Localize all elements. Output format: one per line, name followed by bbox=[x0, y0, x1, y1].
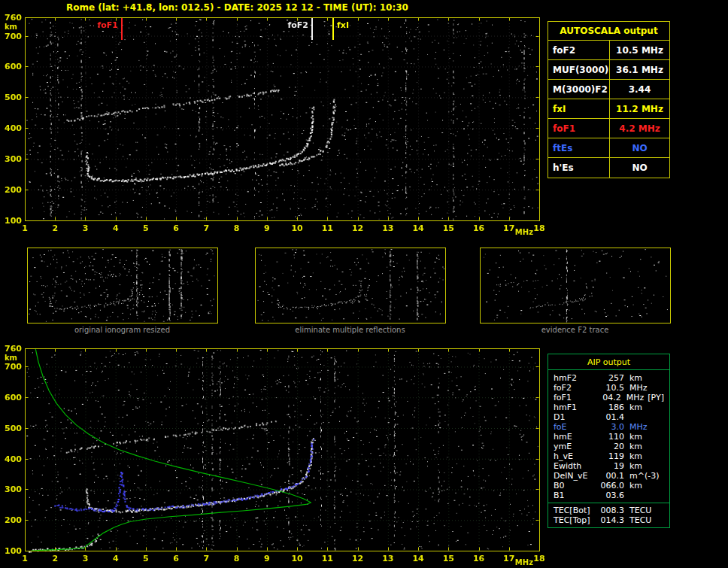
aip-row-value: 014.3 bbox=[597, 515, 624, 525]
aip-row-label: D1 bbox=[554, 412, 597, 422]
aip-row-unit: km bbox=[629, 402, 642, 412]
aip-row-value: 110 bbox=[597, 432, 624, 442]
thumbnail-caption-2: eliminate multiple reflections bbox=[254, 326, 446, 334]
row-value: NO bbox=[610, 138, 669, 157]
aip-row-fof2: foF2 10.5 MHz bbox=[548, 383, 669, 393]
row-value: NO bbox=[610, 158, 669, 178]
aip-row-value: 20 bbox=[597, 442, 624, 451]
aip-row-label: foF1 bbox=[554, 393, 595, 402]
aip-row-value: 008.3 bbox=[597, 506, 624, 515]
aip-row-label: hmF2 bbox=[554, 373, 597, 383]
aip-row-foe: foE 3.0 MHz bbox=[548, 422, 669, 432]
aip-row-unit: km bbox=[629, 373, 642, 383]
page-title: Rome (lat: +41.8, lon: 012.5) - DATE: 20… bbox=[66, 2, 408, 13]
table-row-m3000f2: M(3000)F2 3.44 bbox=[548, 80, 669, 99]
aip-row-unit: km bbox=[629, 451, 642, 461]
table-row-muf3000f2: MUF(3000)F2 36.1 MHz bbox=[548, 60, 669, 80]
row-label: fxI bbox=[548, 99, 610, 118]
aip-row-label: hmF1 bbox=[554, 402, 597, 412]
aip-row-value: 04.2 bbox=[595, 393, 620, 402]
aip-row-hmf1: hmF1 186 km bbox=[548, 402, 669, 412]
thumbnail-caption-1: original ionogram resized bbox=[26, 326, 218, 334]
aip-row-value: 19 bbox=[597, 461, 624, 471]
aip-row-unit: TECU bbox=[629, 506, 651, 515]
aip-row-yme: ymE 20 km bbox=[548, 442, 669, 451]
aip-row-value: 10.5 bbox=[597, 383, 624, 393]
thumbnail-caption-3: evidence F2 trace bbox=[479, 326, 671, 334]
aip-row-hmf2: hmF2 257 km bbox=[548, 373, 669, 383]
row-label: MUF(3000)F2 bbox=[548, 60, 610, 79]
table-row-fxi: fxI 11.2 MHz bbox=[548, 99, 669, 119]
aip-row-tectop: TEC[Top] 014.3 TECU bbox=[548, 515, 669, 525]
thumbnail-f2-trace-evidence bbox=[479, 247, 671, 323]
row-value: 36.1 MHz bbox=[610, 60, 669, 79]
aip-row-unit: km bbox=[629, 442, 642, 451]
row-label: foF2 bbox=[548, 41, 610, 59]
row-label: M(3000)F2 bbox=[548, 80, 610, 99]
aip-row-unit: TECU bbox=[629, 515, 651, 525]
aip-row-unit: MHz bbox=[626, 393, 645, 402]
aip-row-unit: km bbox=[629, 481, 642, 491]
aip-tec-section: TEC[Bot] 008.3 TECU TEC[Top] 014.3 TECU bbox=[548, 503, 669, 525]
aip-row-hve: h_vE 119 km bbox=[548, 451, 669, 461]
aip-row-label: h_vE bbox=[554, 451, 597, 461]
aip-row-value: 03.6 bbox=[597, 491, 624, 500]
aip-row-value: 01.4 bbox=[597, 412, 624, 422]
aip-row-ewidth: Ewidth 19 km bbox=[548, 461, 669, 471]
aip-row-unit: m^(-3) bbox=[629, 471, 659, 481]
row-value: 10.5 MHz bbox=[610, 41, 669, 59]
aip-row-label: B1 bbox=[554, 491, 597, 500]
aip-row-note: [PY] bbox=[648, 393, 664, 402]
aip-row-label: B0 bbox=[554, 481, 597, 491]
scaled-ionogram-canvas bbox=[0, 14, 546, 239]
aip-row-value: 066.0 bbox=[597, 481, 624, 491]
aip-row-unit: km bbox=[629, 461, 642, 471]
aip-row-label: DelN_vE bbox=[554, 471, 597, 481]
aip-row-unit: MHz bbox=[629, 383, 648, 393]
aip-row-value: 00.1 bbox=[597, 471, 624, 481]
aip-row-label: ymE bbox=[554, 442, 597, 451]
aip-row-label: TEC[Top] bbox=[554, 515, 597, 525]
aip-row-value: 3.0 bbox=[597, 422, 624, 432]
row-value: 4.2 MHz bbox=[610, 119, 669, 138]
aip-row-b1: B1 03.6 bbox=[548, 491, 669, 500]
row-label: h'Es bbox=[548, 158, 610, 178]
aip-row-d1: D1 01.4 bbox=[548, 412, 669, 422]
autoscala-app-screen: { "window_title": "Rome (lat: +41.8, lon… bbox=[0, 0, 728, 568]
aip-row-unit: km bbox=[629, 432, 642, 442]
row-value: 11.2 MHz bbox=[610, 99, 669, 118]
aip-row-label: foF2 bbox=[554, 383, 597, 393]
aip-output-table: AIP output hmF2 257 km foF2 10.5 MHz foF… bbox=[548, 354, 670, 528]
aip-row-delnve: DelN_vE 00.1 m^(-3) bbox=[548, 471, 669, 481]
aip-row-label: Ewidth bbox=[554, 461, 597, 471]
aip-row-value: 186 bbox=[597, 402, 624, 412]
thumbnail-multiples-removed bbox=[254, 247, 446, 323]
autoscala-table-title: AUTOSCALA output bbox=[548, 22, 669, 41]
aip-table-title: AIP output bbox=[548, 354, 669, 370]
aip-row-hme: hmE 110 km bbox=[548, 432, 669, 442]
aip-row-label: TEC[Bot] bbox=[554, 506, 597, 515]
aip-row-label: hmE bbox=[554, 432, 597, 442]
table-row-ftes: ftEs NO bbox=[548, 138, 669, 158]
table-row-fof2: foF2 10.5 MHz bbox=[548, 41, 669, 60]
aip-row-label: foE bbox=[554, 422, 597, 432]
aip-row-value: 119 bbox=[597, 451, 624, 461]
thumbnail-original-ionogram bbox=[26, 247, 218, 323]
row-label: ftEs bbox=[548, 138, 610, 157]
aip-row-fof1: foF1 04.2 MHz [PY] bbox=[548, 393, 669, 402]
aip-row-unit: MHz bbox=[629, 422, 648, 432]
aip-row-b0: B0 066.0 km bbox=[548, 481, 669, 491]
aip-row-tecbot: TEC[Bot] 008.3 TECU bbox=[548, 506, 669, 515]
table-row-hes: h'Es NO bbox=[548, 158, 669, 178]
row-value: 3.44 bbox=[610, 80, 669, 99]
row-label: foF1 bbox=[548, 119, 610, 138]
table-row-fof1: foF1 4.2 MHz bbox=[548, 119, 669, 138]
restored-ionogram-profile-canvas bbox=[0, 345, 546, 568]
aip-row-value: 257 bbox=[597, 373, 624, 383]
autoscala-output-table: AUTOSCALA output foF2 10.5 MHz MUF(3000)… bbox=[548, 21, 670, 178]
